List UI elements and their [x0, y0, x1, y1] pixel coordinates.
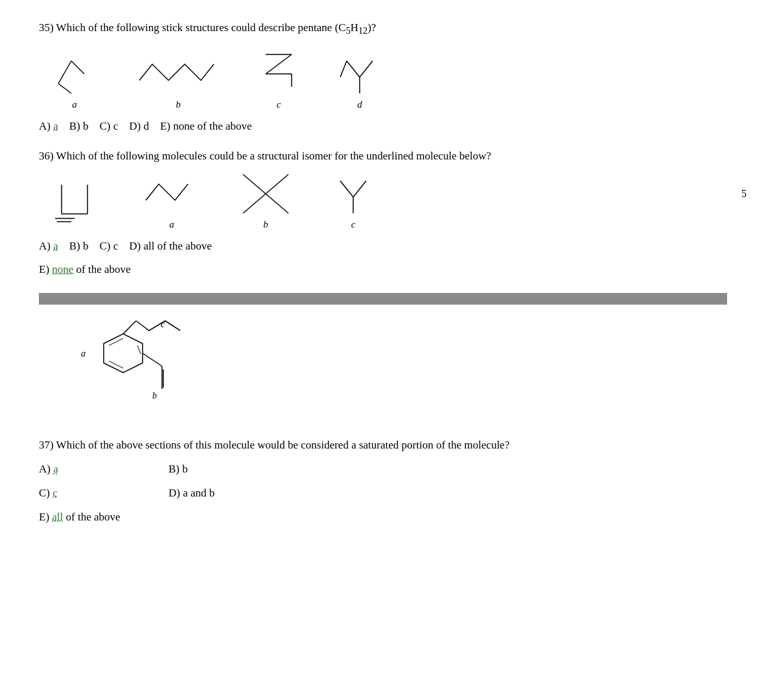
q35-label-d: d [357, 99, 362, 110]
q36-structure-a: a [143, 174, 201, 230]
q36-structures: a b c [52, 171, 727, 230]
q35-label-c: c [277, 99, 281, 110]
q36-answer-line1: A) a B) b C) c D) all of the above [39, 237, 727, 257]
q36-text: 36) Which of the following molecules cou… [39, 148, 727, 165]
q35-label-a: a [72, 99, 77, 110]
page-number: 5 [741, 188, 747, 200]
svg-line-30 [123, 321, 136, 334]
q35-structure-b: b [136, 54, 220, 110]
svg-line-0 [58, 61, 71, 84]
svg-line-23 [137, 345, 141, 354]
page-divider [39, 293, 727, 305]
q37-answer-C: C) c [39, 484, 168, 504]
q37-answer-E: E) all of the above [39, 508, 168, 528]
svg-line-1 [58, 84, 71, 93]
svg-text:a: a [81, 349, 86, 358]
svg-line-2 [71, 61, 84, 74]
q37-answer-D: D) a and b [168, 484, 298, 504]
svg-text:c: c [161, 320, 165, 329]
svg-line-4 [266, 54, 292, 74]
q35-label-b: b [176, 99, 181, 110]
q35-structure-c: c [259, 45, 298, 110]
question-36: 36) Which of the following molecules cou… [39, 148, 727, 280]
question-37: a b c 37) Which of the above sections of [39, 318, 727, 531]
question-35: 35) Which of the following stick structu… [39, 19, 727, 136]
q36-structure-b: b [240, 171, 292, 230]
svg-marker-21 [104, 334, 143, 373]
svg-line-19 [353, 181, 366, 197]
q37-molecule: a b c [78, 318, 727, 424]
q36-answer-line2: E) none of the above [39, 260, 727, 280]
q35-structures: a b c [52, 45, 727, 110]
q35-structure-d: d [337, 54, 382, 110]
svg-line-26 [143, 353, 162, 366]
q35-answer: A) a B) b C) c D) d E) none of the above [39, 117, 727, 137]
q36-structure-main [52, 178, 104, 230]
q37-text: 37) Which of the above sections of this … [39, 437, 727, 454]
q36-structure-c: c [331, 174, 376, 230]
svg-line-10 [340, 61, 347, 77]
svg-line-8 [360, 61, 373, 77]
q37-answer-B: B) b [168, 460, 298, 480]
svg-line-7 [347, 61, 360, 77]
svg-line-18 [340, 181, 353, 197]
q36-label-c: c [351, 219, 356, 230]
svg-text:b: b [152, 391, 157, 401]
q35-text: 35) Which of the following stick structu… [39, 19, 727, 38]
q36-label-a: a [169, 219, 174, 230]
q35-structure-a: a [52, 54, 97, 110]
q36-label-b: b [263, 219, 268, 230]
q37-answer-A: A) a [39, 460, 168, 480]
